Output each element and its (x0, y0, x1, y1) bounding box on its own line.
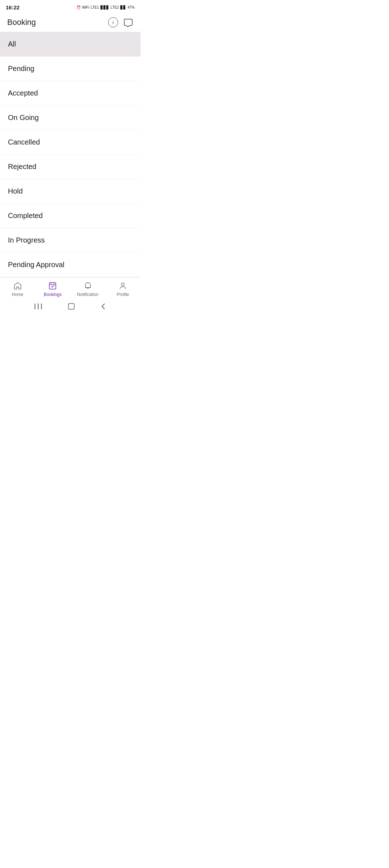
status-time: 16:22 (6, 4, 19, 10)
filter-item-cancelled[interactable]: Cancelled (0, 130, 140, 155)
svg-rect-5 (68, 304, 74, 309)
signal2-icon: ▊▊ (120, 5, 126, 9)
alarm-icon: ⏰ (76, 5, 81, 9)
chat-icon[interactable] (123, 17, 133, 27)
filter-item-rejected[interactable]: Rejected (0, 155, 140, 179)
home-label: Home (12, 292, 23, 297)
bottom-nav: Home Bookings Not (0, 277, 140, 313)
status-bar: 16:22 ⏰ WiFi LTE1 ▊▊▊ LTE2 ▊▊ 47% (0, 0, 140, 13)
filter-item-pending[interactable]: Pending (0, 57, 140, 81)
notification-label: Notification (77, 292, 98, 297)
filter-item-pendingapproval[interactable]: Pending Approval (0, 253, 140, 277)
info-icon[interactable]: i (108, 17, 118, 27)
back-button[interactable] (101, 303, 106, 310)
nav-item-notification[interactable]: Notification (75, 281, 100, 297)
filter-item-accepted[interactable]: Accepted (0, 81, 140, 106)
profile-label: Profile (117, 292, 129, 297)
signal1-icon: ▊▊▊ (100, 5, 109, 9)
app-bar-actions: i (108, 17, 133, 27)
nav-item-profile[interactable]: Profile (110, 281, 135, 297)
filter-item-all[interactable]: All (0, 32, 140, 57)
nav-item-home[interactable]: Home (5, 281, 30, 297)
filter-item-completed[interactable]: Completed (0, 204, 140, 228)
app-bar: Booking i (0, 13, 140, 32)
lte2-icon: LTE2 (111, 5, 119, 9)
main-content: All Pending Accepted On Going Cancelled … (0, 32, 140, 282)
lte1-icon: LTE1 (91, 5, 99, 9)
svg-rect-4 (41, 304, 42, 309)
svg-rect-3 (38, 304, 39, 309)
bookings-icon (48, 281, 57, 291)
nav-items: Home Bookings Not (0, 278, 140, 300)
wifi-icon: WiFi (82, 5, 89, 9)
svg-point-1 (121, 283, 124, 286)
notification-icon (83, 281, 93, 291)
recent-apps-button[interactable] (35, 304, 42, 309)
android-nav (0, 300, 140, 313)
home-icon (13, 281, 22, 291)
filter-item-hold[interactable]: Hold (0, 179, 140, 204)
svg-rect-0 (49, 283, 56, 289)
filter-list: All Pending Accepted On Going Cancelled … (0, 32, 140, 277)
bookings-label: Bookings (44, 292, 62, 297)
page-title: Booking (7, 18, 36, 27)
home-button[interactable] (68, 303, 75, 310)
svg-rect-2 (35, 304, 35, 309)
filter-item-inprogress[interactable]: In Progress (0, 228, 140, 253)
battery-icon: 47% (128, 5, 135, 9)
nav-item-bookings[interactable]: Bookings (40, 281, 65, 297)
status-icons: ⏰ WiFi LTE1 ▊▊▊ LTE2 ▊▊ 47% (76, 5, 135, 9)
filter-item-ongoing[interactable]: On Going (0, 106, 140, 130)
profile-icon (118, 281, 128, 291)
